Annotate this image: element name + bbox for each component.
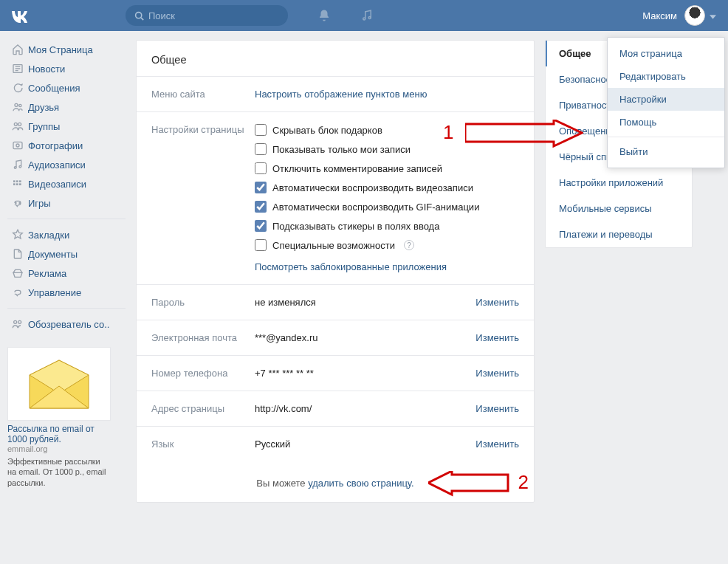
change-link[interactable]: Изменить xyxy=(475,297,519,308)
sidebar-item[interactable]: Закладки xyxy=(7,225,126,244)
blocked-apps-link[interactable]: Посмотреть заблокированные приложения xyxy=(255,261,447,272)
sidebar-item-label: Реклама xyxy=(28,268,66,279)
nav-icon xyxy=(12,63,28,75)
dropdown-item[interactable]: Моя страница xyxy=(608,42,724,65)
sidebar-item[interactable]: Моя Страница xyxy=(7,40,126,59)
sidebar-item-label: Друзья xyxy=(28,102,59,113)
setting-row-url: Адрес страницыhttp://vk.com/Изменить xyxy=(137,391,534,426)
nav-icon xyxy=(12,248,28,260)
configure-menu-link[interactable]: Настроить отображение пунктов меню xyxy=(255,89,427,100)
sidebar-item-label: Закладки xyxy=(28,230,69,241)
sidebar-item[interactable]: Группы xyxy=(7,117,126,136)
svg-point-21 xyxy=(18,320,21,323)
checkbox[interactable] xyxy=(255,182,267,193)
ad-description: Эффективные рассылки на email. От 1000 р… xyxy=(7,456,111,488)
dropdown-item[interactable]: Настройки xyxy=(608,88,724,111)
svg-point-11 xyxy=(19,165,21,168)
row-label: Язык xyxy=(151,439,255,450)
setting-row-password: Парольне изменялсяИзменить xyxy=(137,285,534,320)
panel-heading: Общее xyxy=(137,41,534,76)
svg-point-7 xyxy=(18,123,21,125)
change-link[interactable]: Изменить xyxy=(475,368,519,379)
sidebar-item[interactable]: Новости xyxy=(7,59,126,78)
sidebar-item-label: Документы xyxy=(28,249,78,260)
svg-rect-14 xyxy=(19,180,21,182)
sidebar-item-label: Новости xyxy=(28,63,65,75)
setting-row-phone: Номер телефона+7 *** *** ** **Изменить xyxy=(137,356,534,391)
svg-rect-12 xyxy=(13,180,16,182)
nav-icon xyxy=(12,120,28,132)
sidebar-item[interactable]: Реклама xyxy=(7,264,126,283)
dropdown-item[interactable]: Помощь xyxy=(608,111,724,134)
user-menu-button[interactable]: Максим xyxy=(642,5,716,26)
svg-point-0 xyxy=(136,12,142,18)
sidebar-item[interactable]: Сообщения xyxy=(7,78,126,97)
svg-point-10 xyxy=(14,167,16,169)
ad-title: Рассылка по email от 1000 рублей. xyxy=(7,424,111,444)
search-input[interactable]: Поиск xyxy=(126,5,288,26)
nav-icon xyxy=(12,267,28,279)
change-link[interactable]: Изменить xyxy=(475,332,519,343)
sidebar-item[interactable]: Аудиозаписи xyxy=(7,155,126,174)
settings-tab[interactable]: Настройки приложений xyxy=(546,170,692,196)
vk-logo-icon[interactable] xyxy=(9,5,30,26)
svg-point-4 xyxy=(15,103,18,106)
checkbox[interactable] xyxy=(255,201,267,213)
nav-icon xyxy=(12,229,28,241)
checkbox-row[interactable]: Автоматически воспроизводить GIF-анимаци… xyxy=(255,201,519,213)
sidebar-item[interactable]: Фотографии xyxy=(7,136,126,155)
left-sidebar: Моя СтраницаНовостиСообщенияДрузьяГруппы… xyxy=(7,40,126,503)
avatar xyxy=(684,5,705,26)
row-value: не изменялся xyxy=(255,297,475,308)
nav-icon xyxy=(12,82,28,94)
svg-point-1 xyxy=(363,18,365,20)
sidebar-item[interactable]: Друзья xyxy=(7,97,126,117)
sidebar-item-label: Видеозаписи xyxy=(28,179,86,190)
checkbox[interactable] xyxy=(255,124,267,136)
svg-point-19 xyxy=(19,202,20,203)
settings-tab[interactable]: Платежи и переводы xyxy=(546,221,692,247)
change-link[interactable]: Изменить xyxy=(475,439,519,450)
change-link[interactable]: Изменить xyxy=(475,403,519,414)
settings-tab[interactable]: Мобильные сервисы xyxy=(546,196,692,221)
nav-icon xyxy=(12,140,28,151)
row-value: +7 *** *** ** ** xyxy=(255,368,475,379)
sidebar-item[interactable]: Обозреватель со.. xyxy=(7,314,126,334)
ad-block[interactable]: Рассылка по email от 1000 рублей. emmail… xyxy=(7,347,111,488)
row-label: Пароль xyxy=(151,297,255,308)
sidebar-item-label: Управление xyxy=(28,287,81,298)
sidebar-item[interactable]: Игры xyxy=(7,193,126,213)
sidebar-item[interactable]: Управление xyxy=(7,283,126,302)
sidebar-item-label: Моя Страница xyxy=(28,44,93,55)
delete-page-link[interactable]: удалить свою страницу. xyxy=(308,478,414,489)
checkbox-label: Подсказывать стикеры в полях ввода xyxy=(272,221,439,232)
notifications-icon[interactable] xyxy=(317,9,331,22)
row-value: Русский xyxy=(255,439,475,450)
checkbox[interactable] xyxy=(255,143,267,155)
checkbox-row[interactable]: Подсказывать стикеры в полях ввода xyxy=(255,220,519,232)
dropdown-item-exit[interactable]: Выйти xyxy=(608,140,724,163)
nav-icon xyxy=(12,178,28,190)
checkbox-label: Показывать только мои записи xyxy=(272,144,411,155)
checkbox-row[interactable]: Отключить комментирование записей xyxy=(255,162,519,174)
checkbox[interactable] xyxy=(255,239,267,251)
svg-point-18 xyxy=(16,202,16,203)
checkbox[interactable] xyxy=(255,220,267,232)
help-icon[interactable]: ? xyxy=(404,240,414,250)
dropdown-item[interactable]: Редактировать xyxy=(608,65,724,88)
checkbox-label: Автоматически воспроизводить GIF-анимаци… xyxy=(272,202,479,213)
svg-point-2 xyxy=(368,17,371,19)
music-icon[interactable] xyxy=(360,9,374,22)
annotation-arrow-1: 1 xyxy=(465,120,583,151)
ad-image-envelope-icon xyxy=(7,347,111,421)
checkbox[interactable] xyxy=(255,162,267,174)
checkbox-row[interactable]: Автоматически воспроизводить видеозаписи xyxy=(255,182,519,193)
sidebar-item[interactable]: Документы xyxy=(7,244,126,264)
row-label: Номер телефона xyxy=(151,368,255,379)
checkbox-row[interactable]: Специальные возможности? xyxy=(255,239,519,251)
svg-rect-8 xyxy=(13,142,22,148)
checkbox-label: Специальные возможности xyxy=(272,240,395,251)
sidebar-item[interactable]: Видеозаписи xyxy=(7,174,126,193)
user-dropdown: Моя страницаРедактироватьНастройкиПомощь… xyxy=(607,37,725,168)
svg-rect-15 xyxy=(13,183,16,185)
